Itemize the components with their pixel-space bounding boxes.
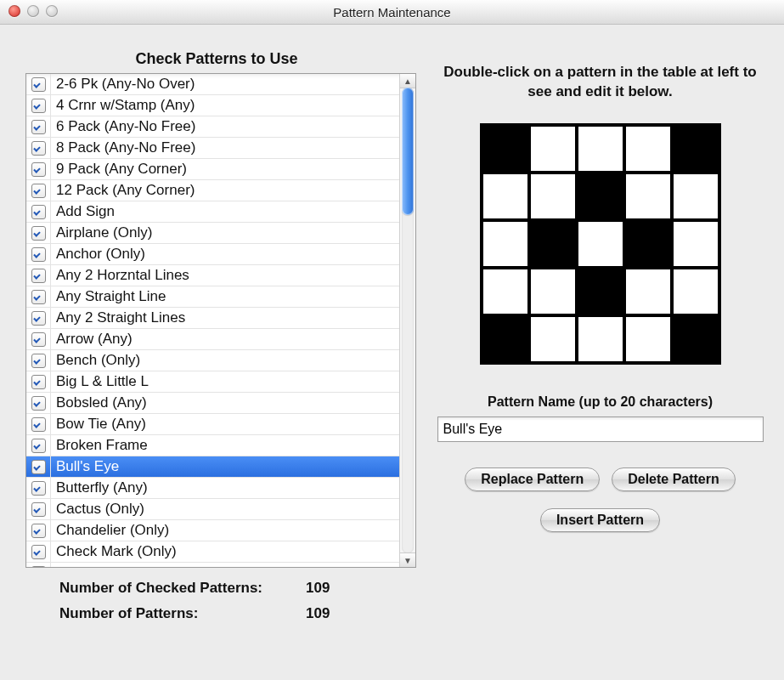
scroll-down-arrow-icon[interactable]: ▼ xyxy=(400,552,415,567)
pattern-row[interactable]: Bench (Only) xyxy=(26,350,399,371)
pattern-label: Broken Frame xyxy=(51,437,399,454)
pattern-label: Cactus (Only) xyxy=(51,501,399,518)
grid-cell[interactable] xyxy=(672,125,719,173)
grid-cell[interactable] xyxy=(482,315,529,363)
grid-cell[interactable] xyxy=(529,315,577,363)
pattern-row[interactable]: 12 Pack (Any Corner) xyxy=(26,180,399,201)
pattern-label: Chandelier (Only) xyxy=(51,522,399,539)
pattern-row[interactable]: Add Sign xyxy=(26,201,399,223)
scroll-thumb[interactable] xyxy=(402,88,414,215)
pattern-checkbox[interactable] xyxy=(31,354,46,368)
pattern-checkbox[interactable] xyxy=(31,545,46,559)
pattern-row[interactable]: Checkers xyxy=(26,563,399,567)
pattern-row[interactable]: Arrow (Any) xyxy=(26,329,399,350)
pattern-row[interactable]: Bobsled (Any) xyxy=(26,393,399,414)
pattern-checkbox[interactable] xyxy=(31,417,46,432)
grid-cell[interactable] xyxy=(482,173,529,220)
scrollbar[interactable]: ▲ ▼ xyxy=(399,74,415,567)
pattern-row[interactable]: Chandelier (Only) xyxy=(26,520,399,541)
pattern-checkbox[interactable] xyxy=(31,205,46,219)
scroll-up-arrow-icon[interactable]: ▲ xyxy=(400,74,415,88)
grid-cell[interactable] xyxy=(672,173,719,220)
pattern-checkbox[interactable] xyxy=(31,269,46,283)
pattern-checkbox[interactable] xyxy=(31,184,46,198)
pattern-checkbox[interactable] xyxy=(31,524,46,538)
grid-cell[interactable] xyxy=(577,220,624,268)
pattern-row[interactable]: Any Straight Line xyxy=(26,286,399,308)
pattern-row[interactable]: Check Mark (Only) xyxy=(26,541,399,563)
grid-cell[interactable] xyxy=(577,125,624,173)
pattern-grid[interactable] xyxy=(480,123,721,365)
insert-pattern-button[interactable]: Insert Pattern xyxy=(540,508,660,532)
pattern-row[interactable]: Bull's Eye xyxy=(26,456,399,478)
pattern-checkbox[interactable] xyxy=(31,311,46,326)
grid-cell[interactable] xyxy=(577,268,624,315)
patterns-listbox[interactable]: 2-6 Pk (Any-No Over)4 Crnr w/Stamp (Any)… xyxy=(25,73,416,568)
pattern-checkbox[interactable] xyxy=(31,99,46,113)
pattern-checkbox[interactable] xyxy=(31,332,46,347)
total-count-value: 109 xyxy=(306,605,330,622)
checked-count-value: 109 xyxy=(306,580,330,597)
grid-cell[interactable] xyxy=(672,315,719,363)
pattern-checkbox[interactable] xyxy=(31,460,46,474)
pattern-checkbox[interactable] xyxy=(31,247,46,262)
pattern-row[interactable]: Cactus (Only) xyxy=(26,499,399,520)
pattern-checkbox[interactable] xyxy=(31,226,46,241)
pattern-row[interactable]: 4 Crnr w/Stamp (Any) xyxy=(26,95,399,116)
grid-cell[interactable] xyxy=(577,173,624,220)
pattern-row[interactable]: Butterfly (Any) xyxy=(26,478,399,499)
pattern-row[interactable]: Broken Frame xyxy=(26,435,399,456)
pattern-row[interactable]: Big L & Little L xyxy=(26,371,399,393)
pattern-label: 12 Pack (Any Corner) xyxy=(51,182,399,199)
zoom-icon[interactable] xyxy=(46,5,58,17)
pattern-row[interactable]: 6 Pack (Any-No Free) xyxy=(26,116,399,138)
grid-cell[interactable] xyxy=(529,220,577,268)
pattern-checkbox[interactable] xyxy=(31,375,46,389)
grid-cell[interactable] xyxy=(624,125,672,173)
pattern-checkbox[interactable] xyxy=(31,502,46,517)
window: Pattern Maintenance Check Patterns to Us… xyxy=(0,0,784,680)
pattern-row[interactable]: Bow Tie (Any) xyxy=(26,414,399,435)
grid-cell[interactable] xyxy=(624,268,672,315)
replace-pattern-button[interactable]: Replace Pattern xyxy=(465,468,600,491)
pattern-row[interactable]: 8 Pack (Any-No Free) xyxy=(26,138,399,159)
pattern-checkbox[interactable] xyxy=(31,77,46,92)
pattern-label: Bench (Only) xyxy=(51,352,399,369)
checked-count-label: Number of Checked Patterns: xyxy=(59,580,306,597)
grid-cell[interactable] xyxy=(624,173,672,220)
close-icon[interactable] xyxy=(8,5,20,17)
pattern-row[interactable]: Airplane (Only) xyxy=(26,223,399,244)
grid-cell[interactable] xyxy=(624,315,672,363)
pattern-row[interactable]: Any 2 Horzntal Lines xyxy=(26,265,399,286)
pattern-label: 6 Pack (Any-No Free) xyxy=(51,118,399,135)
grid-cell[interactable] xyxy=(529,268,577,315)
pattern-checkbox[interactable] xyxy=(31,439,46,453)
pattern-row[interactable]: Anchor (Only) xyxy=(26,244,399,265)
grid-cell[interactable] xyxy=(624,220,672,268)
delete-pattern-button[interactable]: Delete Pattern xyxy=(612,468,736,491)
pattern-checkbox[interactable] xyxy=(31,481,46,496)
pattern-name-label: Pattern Name (up to 20 characters) xyxy=(433,394,767,410)
grid-cell[interactable] xyxy=(482,125,529,173)
pattern-checkbox[interactable] xyxy=(31,290,46,304)
pattern-checkbox[interactable] xyxy=(31,120,46,134)
grid-cell[interactable] xyxy=(482,268,529,315)
grid-cell[interactable] xyxy=(482,220,529,268)
grid-cell[interactable] xyxy=(529,125,577,173)
grid-cell[interactable] xyxy=(672,220,719,268)
pattern-row[interactable]: 2-6 Pk (Any-No Over) xyxy=(26,74,399,95)
grid-cell[interactable] xyxy=(577,315,624,363)
minimize-icon[interactable] xyxy=(27,5,39,17)
pattern-row[interactable]: Any 2 Straight Lines xyxy=(26,308,399,329)
pattern-row[interactable]: 9 Pack (Any Corner) xyxy=(26,159,399,180)
pattern-checkbox[interactable] xyxy=(31,141,46,156)
pattern-checkbox[interactable] xyxy=(31,396,46,411)
grid-cell[interactable] xyxy=(529,173,577,220)
editor-hint: Double-click on a pattern in the table a… xyxy=(433,63,767,102)
pattern-checkbox[interactable] xyxy=(31,566,46,568)
pattern-name-input[interactable] xyxy=(437,416,764,442)
pattern-checkbox[interactable] xyxy=(31,162,46,177)
grid-cell[interactable] xyxy=(672,268,719,315)
pattern-label: Any Straight Line xyxy=(51,288,399,305)
pattern-label: Airplane (Only) xyxy=(51,224,399,241)
